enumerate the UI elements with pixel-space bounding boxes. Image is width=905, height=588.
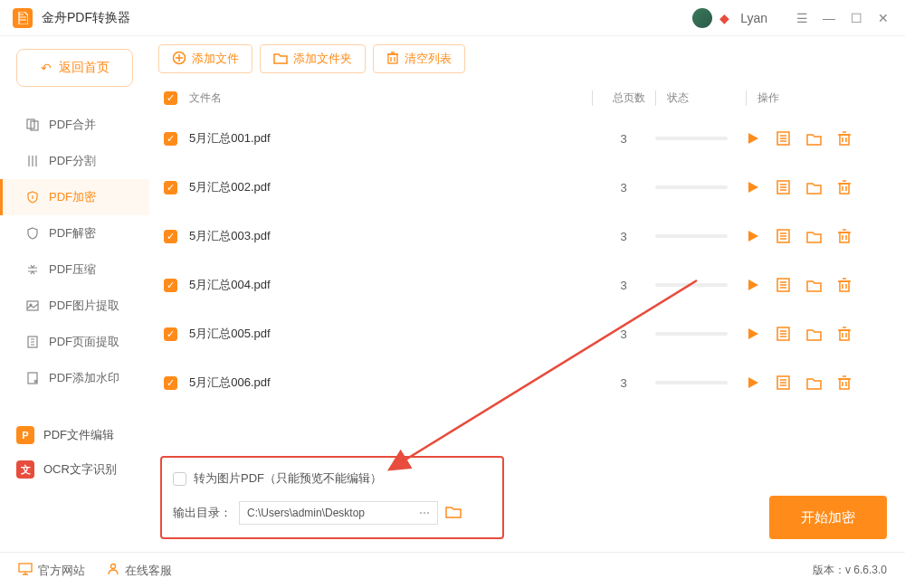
select-all-checkbox[interactable]: [164, 91, 177, 105]
play-button[interactable]: [746, 327, 760, 341]
open-folder-button[interactable]: [806, 279, 822, 292]
row-checkbox[interactable]: [164, 230, 177, 243]
sidebar-item-extract-images[interactable]: PDF图片提取: [0, 288, 149, 324]
file-status: [655, 185, 746, 189]
col-pages: 总页数: [592, 90, 655, 106]
play-button[interactable]: [746, 131, 760, 146]
sidebar-item-encrypt[interactable]: PDF加密: [0, 179, 149, 215]
row-checkbox[interactable]: [164, 327, 177, 341]
table-row: 5月汇总004.pdf 3: [149, 261, 905, 309]
row-checkbox[interactable]: [164, 132, 177, 146]
open-folder-button[interactable]: [806, 376, 822, 390]
play-button[interactable]: [746, 229, 760, 243]
settings-bar: 转为图片PDF（只能预览不能编辑） 输出目录： C:\Users\admin\D…: [149, 443, 905, 552]
file-status: [655, 137, 746, 140]
detail-button[interactable]: [776, 375, 790, 390]
detail-button[interactable]: [776, 278, 790, 292]
file-name: 5月汇总003.pdf: [189, 228, 592, 244]
watermark-icon: [25, 372, 40, 384]
svg-rect-20: [19, 564, 32, 572]
maximize-icon[interactable]: ☐: [847, 9, 865, 27]
file-name: 5月汇总006.pdf: [189, 375, 592, 391]
start-button[interactable]: 开始加密: [769, 496, 887, 539]
plus-circle-icon: [172, 51, 186, 68]
sidebar-item-compress[interactable]: PDF压缩: [0, 251, 149, 288]
minimize-icon[interactable]: —: [820, 9, 838, 27]
to-image-checkbox[interactable]: [173, 472, 186, 486]
app-title: 金舟PDF转换器: [42, 10, 692, 26]
open-folder-button[interactable]: [806, 230, 822, 243]
file-name: 5月汇总001.pdf: [189, 130, 592, 147]
add-folder-button[interactable]: 添加文件夹: [260, 44, 366, 73]
open-folder-button[interactable]: [806, 132, 822, 146]
avatar[interactable]: [692, 8, 712, 28]
sidebar-item-split[interactable]: PDF分割: [0, 143, 149, 179]
file-pages: 3: [592, 327, 655, 341]
play-button[interactable]: [746, 375, 760, 390]
back-button[interactable]: ↶ 返回首页: [16, 49, 133, 87]
file-pages: 3: [592, 230, 655, 243]
support-link[interactable]: 在线客服: [107, 563, 172, 579]
close-icon[interactable]: ✕: [874, 9, 892, 27]
image-icon: [25, 299, 40, 312]
add-file-button[interactable]: 添加文件: [158, 44, 252, 73]
sidebar-edit-button[interactable]: P PDF文件编辑: [16, 420, 149, 450]
play-button[interactable]: [746, 180, 760, 194]
table-row: 5月汇总006.pdf 3: [149, 358, 905, 407]
detail-button[interactable]: [776, 229, 790, 243]
ellipsis-icon[interactable]: ⋯: [419, 507, 430, 519]
detail-button[interactable]: [776, 180, 790, 194]
svg-rect-19: [840, 379, 849, 389]
content: 添加文件 添加文件夹 清空列表 文件名 总页数 状态 操作 5月汇总001.pd…: [149, 36, 905, 552]
clear-list-button[interactable]: 清空列表: [373, 44, 465, 73]
sidebar-item-extract-pages[interactable]: PDF页面提取: [0, 324, 149, 360]
decrypt-icon: [25, 227, 40, 240]
sidebar: ↶ 返回首页 PDF合并 PDF分割 PDF加密 PDF解密 PDF压缩 PDF…: [0, 36, 149, 552]
browse-folder-button[interactable]: [445, 505, 462, 522]
version-label: 版本：v 6.6.3.0: [813, 563, 887, 578]
row-checkbox[interactable]: [164, 279, 177, 292]
folder-icon: [273, 52, 288, 67]
play-button[interactable]: [746, 278, 760, 292]
delete-button[interactable]: [838, 229, 851, 243]
delete-button[interactable]: [838, 278, 851, 292]
svg-rect-17: [840, 330, 849, 340]
row-checkbox[interactable]: [164, 181, 177, 194]
output-path-input[interactable]: C:\Users\admin\Desktop ⋯: [239, 501, 438, 525]
svg-rect-7: [388, 54, 397, 63]
toolbar: 添加文件 添加文件夹 清空列表: [149, 36, 905, 81]
file-name: 5月汇总005.pdf: [189, 326, 592, 342]
svg-rect-11: [840, 184, 849, 194]
merge-icon: [25, 119, 40, 131]
website-link[interactable]: 官方网站: [18, 563, 85, 579]
to-image-label: 转为图片PDF（只能预览不能编辑）: [194, 470, 382, 487]
sidebar-ocr-button[interactable]: 文 OCR文字识别: [16, 454, 149, 485]
delete-button[interactable]: [838, 180, 851, 194]
sidebar-item-watermark[interactable]: PDF添加水印: [0, 360, 149, 396]
file-status: [655, 381, 746, 384]
row-checkbox[interactable]: [164, 376, 177, 390]
svg-point-21: [111, 564, 116, 569]
detail-button[interactable]: [776, 327, 790, 341]
table-row: 5月汇总005.pdf 3: [149, 309, 905, 358]
encrypt-icon: [25, 191, 40, 204]
username: Lyan: [740, 11, 767, 25]
delete-button[interactable]: [838, 131, 851, 146]
app-logo: [13, 8, 33, 28]
menu-icon[interactable]: ☰: [793, 9, 811, 27]
delete-button[interactable]: [838, 375, 851, 390]
ocr-icon: 文: [16, 460, 34, 479]
output-label: 输出目录：: [173, 505, 232, 521]
open-folder-button[interactable]: [806, 327, 822, 341]
file-name: 5月汇总004.pdf: [189, 277, 592, 293]
sidebar-item-merge[interactable]: PDF合并: [0, 107, 149, 143]
vip-icon[interactable]: ◆: [719, 11, 729, 25]
split-icon: [25, 155, 40, 167]
edit-icon: P: [16, 426, 34, 444]
delete-button[interactable]: [838, 327, 851, 341]
detail-button[interactable]: [776, 131, 790, 146]
file-name: 5月汇总002.pdf: [189, 179, 592, 195]
svg-rect-15: [840, 281, 849, 291]
open-folder-button[interactable]: [806, 181, 822, 194]
sidebar-item-decrypt[interactable]: PDF解密: [0, 215, 149, 251]
